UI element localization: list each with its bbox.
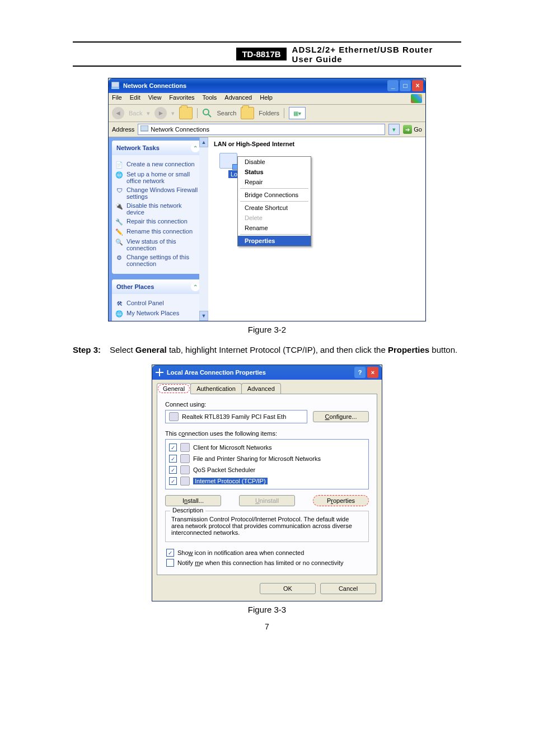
cancel-button[interactable]: Cancel xyxy=(320,583,376,594)
notify-check[interactable]: ✓Notify me when this connection has limi… xyxy=(165,558,369,568)
network-task[interactable]: ✏️Rename this connection xyxy=(115,228,201,236)
tab-advanced[interactable]: Advanced xyxy=(241,383,281,394)
context-menu: Disable Status Repair Bridge Connections… xyxy=(237,156,311,246)
nic-icon xyxy=(219,153,237,169)
checkbox-icon[interactable]: ✓ xyxy=(169,466,177,474)
up-folder-icon[interactable] xyxy=(179,107,193,119)
task-icon: ⚙ xyxy=(115,254,123,262)
window-icon xyxy=(111,81,120,90)
collapse-icon[interactable]: ⌃ xyxy=(191,282,200,291)
menu-favorites[interactable]: Favorites xyxy=(169,94,194,103)
ctx-disable[interactable]: Disable xyxy=(238,157,311,167)
other-places-header[interactable]: Other Places ⌃ xyxy=(112,279,204,294)
scroll-down-icon[interactable]: ▼ xyxy=(199,311,208,321)
tab-strip: General Authentication Advanced xyxy=(152,380,382,394)
svg-point-2 xyxy=(203,109,209,115)
other-place[interactable]: 🛠Control Panel xyxy=(115,300,201,307)
ctx-properties[interactable]: Properties xyxy=(238,236,311,246)
component-icon xyxy=(180,454,190,463)
tab-authentication[interactable]: Authentication xyxy=(190,383,242,394)
search-button[interactable]: Search xyxy=(217,110,236,116)
items-list[interactable]: ✓Client for Microsoft Networks ✓File and… xyxy=(165,439,369,489)
adapter-field: Realtek RTL8139 Family PCI Fast Eth xyxy=(165,410,307,423)
forward-icon[interactable]: ► xyxy=(154,107,167,119)
checkbox-icon[interactable]: ✓ xyxy=(169,477,177,485)
go-icon: ➔ xyxy=(403,125,412,134)
scroll-up-icon[interactable]: ▲ xyxy=(199,137,208,147)
install-button[interactable]: Install... xyxy=(165,495,221,506)
ctx-status[interactable]: Status xyxy=(238,167,311,177)
menu-file[interactable]: File xyxy=(112,94,122,103)
svg-rect-4 xyxy=(140,125,148,131)
maximize-button[interactable]: □ xyxy=(400,80,411,91)
network-task[interactable]: 🌐Set up a home or small office network xyxy=(115,171,201,184)
item-qos[interactable]: ✓QoS Packet Scheduler xyxy=(168,464,366,475)
tab-general[interactable]: General xyxy=(157,383,191,394)
figure-caption-3-2: Figure 3-2 xyxy=(0,325,534,334)
content-pane: ▲ ▼ LAN or High-Speed Internet Local Are… xyxy=(208,137,425,321)
menu-advanced[interactable]: Advanced xyxy=(224,94,252,103)
menu-edit[interactable]: Edit xyxy=(130,94,140,103)
checkbox-icon[interactable]: ✓ xyxy=(169,455,177,463)
network-connections-window: Network Connections _ □ × File Edit View… xyxy=(108,78,426,321)
item-client[interactable]: ✓Client for Microsoft Networks xyxy=(168,442,366,453)
checkbox-icon[interactable]: ✓ xyxy=(169,444,177,451)
item-fileprint[interactable]: ✓File and Printer Sharing for Microsoft … xyxy=(168,453,366,464)
minimize-button[interactable]: _ xyxy=(387,80,399,91)
address-icon xyxy=(140,125,148,133)
views-button[interactable]: ▦▾ xyxy=(289,107,306,119)
help-button[interactable]: ? xyxy=(354,367,366,378)
address-dropdown[interactable]: ▾ xyxy=(388,124,400,135)
configure-button[interactable]: Configure... xyxy=(313,411,369,422)
search-icon[interactable] xyxy=(202,108,212,118)
network-task[interactable]: ⚙Change settings of this connection xyxy=(115,254,201,267)
go-label: Go xyxy=(414,126,422,133)
menu-view[interactable]: View xyxy=(148,94,162,103)
figure-caption-3-3: Figure 3-3 xyxy=(0,605,534,614)
step-label: Step 3: xyxy=(73,342,110,358)
description-label: Description xyxy=(170,507,205,514)
dialog-titlebar[interactable]: Local Area Connection Properties ? × xyxy=(152,365,382,380)
network-task[interactable]: 🔌Disable this network device xyxy=(115,202,201,216)
place-icon: 🌐 xyxy=(115,310,123,318)
network-task[interactable]: 📄Create a new connection xyxy=(115,161,201,169)
ctx-bridge[interactable]: Bridge Connections xyxy=(238,190,311,200)
dialog-icon xyxy=(156,368,163,376)
task-icon: 🔍 xyxy=(115,238,123,246)
folders-icon[interactable] xyxy=(241,107,254,119)
lac-properties-dialog: Local Area Connection Properties ? × Gen… xyxy=(152,365,382,601)
back-button[interactable]: Back xyxy=(129,110,142,116)
other-place[interactable]: 📁My Documents xyxy=(115,320,201,321)
network-task[interactable]: 🔍View status of this connection xyxy=(115,238,201,251)
item-tcpip[interactable]: ✓Internet Protocol (TCP/IP) xyxy=(168,475,366,487)
dialog-title: Local Area Connection Properties xyxy=(167,369,266,376)
checkbox-icon[interactable]: ✓ xyxy=(166,559,174,567)
address-field[interactable]: Network Connections xyxy=(138,124,385,135)
checkbox-icon[interactable]: ✓ xyxy=(166,549,174,557)
task-icon: 🔌 xyxy=(115,202,123,210)
menu-help[interactable]: Help xyxy=(260,94,273,103)
network-task[interactable]: 🛡Change Windows Firewall settings xyxy=(115,186,201,200)
go-button[interactable]: ➔ Go xyxy=(403,125,422,134)
adapter-icon xyxy=(169,412,179,421)
ctx-repair[interactable]: Repair xyxy=(238,177,311,187)
network-task[interactable]: 🔧Repair this connection xyxy=(115,218,201,226)
place-icon: 🛠 xyxy=(115,300,123,307)
properties-button[interactable]: Properties xyxy=(313,495,369,506)
ctx-rename[interactable]: Rename xyxy=(238,223,311,233)
network-tasks-header[interactable]: Network Tasks ⌃ xyxy=(112,141,204,155)
task-icon: 📄 xyxy=(115,161,123,169)
address-bar: Address Network Connections ▾ ➔ Go xyxy=(109,122,425,137)
folders-button[interactable]: Folders xyxy=(259,110,279,116)
ctx-shortcut[interactable]: Create Shortcut xyxy=(238,203,311,213)
other-place[interactable]: 🌐My Network Places xyxy=(115,310,201,318)
back-icon[interactable]: ◄ xyxy=(112,107,124,119)
close-button[interactable]: × xyxy=(412,80,423,91)
menu-tools[interactable]: Tools xyxy=(203,94,217,103)
show-icon-check[interactable]: ✓Show icon in notification area when con… xyxy=(165,548,369,558)
close-button[interactable]: × xyxy=(367,367,378,378)
collapse-icon[interactable]: ⌃ xyxy=(191,143,200,152)
task-icon: 🛡 xyxy=(115,186,123,194)
ok-button[interactable]: OK xyxy=(260,583,316,594)
window-titlebar[interactable]: Network Connections _ □ × xyxy=(109,78,425,93)
